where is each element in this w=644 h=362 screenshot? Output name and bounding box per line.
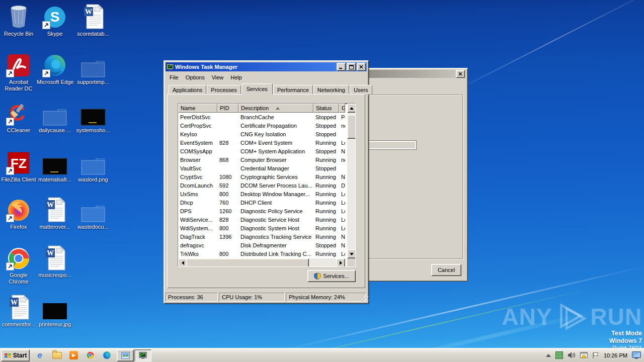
cancel-button[interactable]: Cancel: [431, 264, 461, 276]
desktop-icon-dailycause[interactable]: dailycause....: [37, 100, 73, 134]
cell-desc: Distributed Link Tracking C...: [238, 251, 313, 257]
horizontal-scrollbar[interactable]: [178, 258, 345, 266]
column-header-pid[interactable]: PID: [217, 104, 238, 113]
cell-status: Running: [313, 183, 339, 189]
desktop-icon-musicrespo[interactable]: W musicrespo...: [37, 244, 73, 279]
scroll-up-button[interactable]: [347, 104, 355, 113]
cell-pid: 828: [217, 217, 238, 223]
tab-services[interactable]: Services: [242, 83, 273, 95]
desktop-icon-matterover[interactable]: W matterover...: [37, 196, 73, 230]
task-manager-titlebar[interactable]: Windows Task Manager: [166, 62, 367, 71]
explorer-quicklaunch[interactable]: [50, 350, 63, 360]
resize-grip[interactable]: [362, 296, 368, 303]
desktop-icon-materialsafr[interactable]: materialsafr...: [37, 149, 73, 183]
chrome-quicklaunch[interactable]: [84, 350, 97, 360]
minimize-button[interactable]: [337, 63, 346, 71]
media-player-quicklaunch[interactable]: [67, 350, 80, 360]
cell-desc: BranchCache: [238, 114, 313, 120]
dialog-close-button[interactable]: [456, 70, 465, 78]
action-center-icon[interactable]: [580, 352, 588, 358]
dialog-text-field[interactable]: [366, 140, 417, 150]
tab-applications[interactable]: Applications: [169, 85, 206, 95]
menu-options[interactable]: Options: [182, 73, 208, 81]
desktop-icon-acrobat-reader-dc[interactable]: Acrobat Reader DC: [1, 51, 37, 92]
column-header-name[interactable]: Name: [178, 104, 217, 113]
desktop-icon-recycle-bin[interactable]: Recycle Bin: [1, 3, 37, 37]
table-row-comsysapp[interactable]: COMSysAppCOM+ System ApplicationStoppedN…: [178, 147, 345, 155]
close-button[interactable]: [357, 63, 366, 71]
scrollbar-thumb[interactable]: [186, 258, 309, 266]
column-header-gr[interactable]: Gr: [339, 104, 345, 113]
desktop-icon-skype[interactable]: S Skype: [37, 3, 73, 37]
start-button[interactable]: Start: [1, 349, 30, 361]
desktop-icon-microsoft-edge[interactable]: Microsoft Edge: [37, 51, 73, 85]
table-row-diagtrack[interactable]: DiagTrack1396Diagnostics Tracking Servic…: [178, 232, 345, 241]
cell-status: Running: [313, 217, 339, 223]
desktop-icon-google-chrome[interactable]: Google Chrome: [1, 244, 37, 285]
scroll-down-button[interactable]: [347, 249, 355, 258]
table-row-wdisystem[interactable]: WdiSystem...800Diagnostic System HostRun…: [178, 224, 345, 232]
scroll-right-button[interactable]: [336, 258, 345, 266]
desktop-icon-firefox[interactable]: Firefox: [1, 196, 37, 230]
desktop-icon-ccleaner[interactable]: C CCleaner: [1, 100, 37, 134]
cell-pid: 800: [217, 251, 238, 257]
tab-networking[interactable]: Networking: [313, 85, 349, 95]
desktop-icon-waslord-png[interactable]: waslord.png: [75, 149, 111, 183]
svg-text:W: W: [47, 201, 54, 209]
display-icon[interactable]: [632, 351, 641, 359]
desktop-icon-supportimp[interactable]: supportimp...: [75, 51, 111, 85]
tab-processes[interactable]: Processes: [207, 85, 240, 95]
table-row-certpropsvc[interactable]: CertPropSvcCertificate PropagationStoppe…: [178, 121, 345, 130]
cancel-button-label: Cancel: [438, 267, 455, 273]
desktop-icon-printereur-jpg[interactable]: printereur.jpg: [37, 294, 73, 328]
table-row-keyiso[interactable]: KeyIsoCNG Key IsolationStopped: [178, 130, 345, 138]
scrollbar-thumb[interactable]: [347, 115, 355, 139]
edge-quicklaunch[interactable]: [100, 350, 113, 360]
taskbar-window-photo-viewer[interactable]: [117, 349, 134, 361]
flag-icon[interactable]: [592, 352, 599, 359]
table-row-browser[interactable]: Browser868Computer BrowserRunningne: [178, 155, 345, 164]
desktop-icon-commentfor[interactable]: W commentfor...: [1, 294, 37, 328]
cell-group: Lo: [339, 208, 345, 214]
network-activity-icon[interactable]: [555, 351, 563, 359]
table-row-peerdistsvc[interactable]: PeerDistSvcBranchCacheStoppedPe: [178, 113, 345, 121]
table-row-dcomlaunch[interactable]: DcomLaunch592DCOM Server Process Lau...R…: [178, 181, 345, 190]
table-row-defragsvc[interactable]: defragsvcDisk DefragmenterStoppedN/: [178, 241, 345, 249]
tab-performance[interactable]: Performance: [273, 85, 313, 95]
maximize-button[interactable]: [347, 63, 356, 71]
column-header-status[interactable]: Status: [313, 104, 339, 113]
ie-quicklaunch[interactable]: e: [33, 350, 46, 360]
services-button-label: Services...: [323, 273, 349, 279]
menu-view[interactable]: View: [208, 73, 227, 81]
table-row-dhcp[interactable]: Dhcp760DHCP ClientRunningLo: [178, 198, 345, 207]
vertical-scrollbar[interactable]: [347, 104, 355, 258]
menu-file[interactable]: File: [166, 73, 182, 81]
services-button[interactable]: Services...: [307, 270, 356, 282]
cell-desc: Diagnostic Policy Service: [238, 208, 313, 214]
cell-pid: 592: [217, 183, 238, 189]
menu-help[interactable]: Help: [227, 73, 246, 81]
desktop-icon-filezilla-client[interactable]: FZ FileZilla Client: [1, 149, 37, 183]
clock[interactable]: 10:26 PM: [604, 352, 627, 358]
column-header-description[interactable]: Description: [238, 104, 313, 113]
desktop-icon-scoredatab[interactable]: W scoredatab...: [75, 3, 111, 37]
tray-chevron-icon[interactable]: [546, 354, 551, 357]
table-row-cryptsvc[interactable]: CryptSvc1080Cryptographic ServicesRunnin…: [178, 172, 345, 181]
desktop-icon-wastedocu[interactable]: wastedocu...: [75, 196, 111, 230]
desktop-icon-systemssho[interactable]: systemssho...: [75, 100, 111, 134]
table-row-dps[interactable]: DPS1260Diagnostic Policy ServiceRunningL…: [178, 207, 345, 215]
table-row-wdiservice[interactable]: WdiService...828Diagnostic Service HostR…: [178, 215, 345, 224]
shortcut-arrow-icon: [6, 118, 14, 126]
table-row-uxsms[interactable]: UxSms800Desktop Window Manager...Running…: [178, 190, 345, 198]
table-row-eventsystem[interactable]: EventSystem828COM+ Event SystemRunningLo: [178, 138, 345, 147]
broken-thumbnail-icon: [79, 196, 107, 222]
arrow-up-icon: [350, 107, 354, 110]
tab-users[interactable]: Users: [350, 85, 372, 95]
desktop-icon-label: CCleaner: [1, 127, 37, 134]
cell-status: Stopped: [313, 148, 339, 154]
taskbar-window-task-manager[interactable]: [134, 349, 151, 361]
desktop-icon-label: dailycause....: [37, 127, 73, 134]
volume-icon[interactable]: [568, 352, 576, 358]
table-row-trkwks[interactable]: TrkWks800Distributed Link Tracking C...R…: [178, 249, 345, 258]
table-row-vaultsvc[interactable]: VaultSvcCredential ManagerStopped: [178, 164, 345, 172]
